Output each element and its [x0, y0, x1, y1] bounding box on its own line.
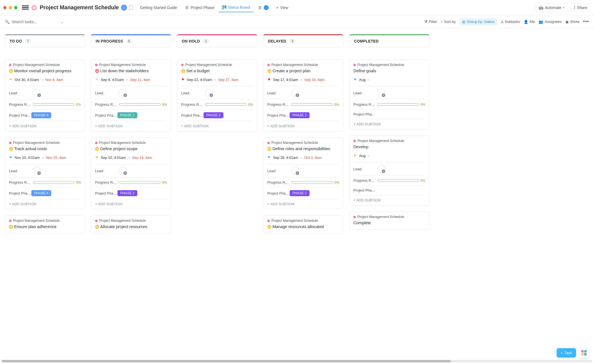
task-card[interactable]: Project Management ScheduleDefine roles … [263, 137, 343, 209]
add-subtask-button[interactable]: + ADD SUBTASK [353, 119, 425, 129]
progress-bar[interactable] [377, 103, 419, 106]
add-subtask-button[interactable]: + ADD SUBTASK [267, 199, 339, 209]
progress-bar[interactable] [377, 179, 419, 182]
task-card[interactable]: Project Management ScheduleTrack actual … [5, 137, 85, 209]
assignee-add[interactable] [291, 167, 299, 175]
toolbar: 🔍 ⌄ ⧩Filter ↕Sort by ⊞Group by: Status ⅄… [0, 15, 594, 28]
status-dot [9, 69, 13, 73]
subtasks-button[interactable]: ⅄Subtasks [501, 20, 520, 24]
tab-more[interactable]: › [254, 3, 272, 12]
chevron-down-icon[interactable]: ⌄ [60, 20, 63, 24]
task-card[interactable]: Project Management ScheduleDefine goals⚑… [349, 59, 429, 129]
card-title: Define goals [353, 68, 425, 73]
task-card[interactable]: Project Management ScheduleManage resour… [263, 215, 343, 233]
progress-value: 0% [334, 103, 339, 107]
column-header[interactable]: TO DO7 [5, 34, 85, 47]
progress-bar[interactable] [291, 181, 333, 184]
task-card[interactable]: Project Management ScheduleList down the… [91, 59, 171, 131]
robot-icon: 🤖 [539, 5, 543, 10]
phase-badge: PHASE 2 [290, 190, 310, 196]
assignee-add[interactable] [291, 89, 299, 97]
add-subtask-button[interactable]: + ADD SUBTASK [9, 199, 81, 209]
me-button[interactable]: 👤Me [524, 20, 535, 24]
progress-row: Progress R…0% [95, 99, 167, 109]
tab-status-board[interactable]: Status Board [219, 3, 253, 12]
sort-icon: ↕ [441, 20, 443, 24]
date-row: ⚑Sep 22, 4:01am–Sep 27, 4am [181, 77, 253, 82]
task-card[interactable]: Project Management ScheduleSet a budget⚑… [177, 59, 257, 131]
card-title: Allocate project resources [95, 224, 167, 229]
task-card[interactable]: Project Management ScheduleCreate a proj… [263, 59, 343, 131]
progress-bar[interactable] [33, 181, 74, 184]
progress-bar[interactable] [33, 103, 74, 106]
column-name: TO DO [10, 39, 22, 43]
sort-button[interactable]: ↕Sort by [441, 20, 456, 24]
assignee-add[interactable] [119, 167, 127, 175]
progress-bar[interactable] [119, 103, 160, 106]
filter-button[interactable]: ⧩Filter [424, 20, 437, 24]
close-window[interactable] [3, 6, 7, 9]
assignee-add[interactable] [205, 89, 213, 97]
svg-rect-2 [226, 6, 226, 8]
apps-button[interactable] [579, 348, 589, 358]
nav-back-icon[interactable]: ‹ [121, 5, 127, 11]
card-breadcrumb: Project Management Schedule [9, 63, 81, 67]
column-header[interactable]: IN PROGRESS5 [91, 34, 171, 47]
tab-project-phase[interactable]: Project Phase [181, 3, 218, 12]
tab-add-view[interactable]: + View [273, 3, 292, 12]
add-subtask-button[interactable]: + ADD SUBTASK [9, 121, 81, 131]
card-breadcrumb: Project Management Schedule [9, 141, 81, 145]
lead-row: Lead: [9, 164, 81, 177]
maximize-window[interactable] [14, 6, 17, 9]
card-title: Define project scope [95, 146, 167, 151]
progress-bar[interactable] [291, 103, 333, 106]
assignee-add[interactable] [119, 89, 127, 97]
progress-bar[interactable] [205, 103, 247, 106]
column-name: COMPLETED [354, 39, 379, 43]
task-card[interactable]: Project Management ScheduleMonitor overa… [5, 59, 85, 131]
progress-bar[interactable] [119, 181, 160, 184]
column-header[interactable]: COMPLETED [349, 34, 429, 47]
column-header[interactable]: DELAYED3 [263, 34, 343, 47]
phase-badge: PHASE 2 [290, 112, 310, 118]
phase-row: Project Pha…PHASE 4 [9, 109, 81, 121]
more-options[interactable]: ••• [583, 19, 589, 25]
assignee-add[interactable] [33, 167, 41, 175]
space-dot [95, 64, 98, 66]
task-card[interactable]: Project Management ScheduleAllocate proj… [91, 215, 171, 233]
new-task-button[interactable]: +Task [557, 348, 576, 357]
progress-value: 0% [76, 103, 81, 107]
tab-getting-started[interactable]: Getting Started Guide [137, 3, 180, 12]
show-button[interactable]: ◉Show [565, 20, 579, 24]
add-subtask-button[interactable]: + ADD SUBTASK [353, 195, 425, 205]
group-button[interactable]: ⊞Group by: Status [459, 18, 497, 25]
task-card[interactable]: Project Management ScheduleComplete [349, 211, 429, 230]
plus-icon: + [276, 5, 278, 10]
add-subtask-button[interactable]: + ADD SUBTASK [95, 199, 167, 209]
column-header[interactable]: ON HOLD1 [177, 34, 257, 47]
add-subtask-button[interactable]: + ADD SUBTASK [181, 121, 253, 131]
assignee-add[interactable] [377, 165, 385, 173]
search-input[interactable] [12, 20, 58, 24]
card-title: Monitor overall project progress [9, 68, 81, 73]
task-card[interactable]: Project Management ScheduleDefine projec… [91, 137, 171, 209]
card-breadcrumb: Project Management Schedule [353, 139, 425, 143]
start-date: Aug [359, 78, 365, 82]
share-button[interactable]: ⤴ Share [570, 3, 591, 12]
progress-row: Progress R…0% [181, 99, 253, 109]
assignee-add[interactable] [33, 89, 41, 97]
floating-actions: +Task [557, 348, 589, 358]
list-icon [185, 5, 189, 10]
assignees-button[interactable]: 👥Assignees [539, 20, 562, 24]
task-card[interactable]: Project Management ScheduleEnsure plan a… [5, 215, 85, 233]
add-subtask-button[interactable]: + ADD SUBTASK [267, 121, 339, 131]
task-card[interactable]: Project Management ScheduleDevelop⚑Aug–L… [349, 135, 429, 205]
lead-row: Lead: [267, 164, 339, 177]
menu-icon[interactable] [22, 4, 29, 11]
add-subtask-button[interactable]: + ADD SUBTASK [95, 121, 167, 131]
card-breadcrumb: Project Management Schedule [9, 219, 81, 223]
automate-button[interactable]: 🤖 Automate ▾ [535, 3, 568, 12]
assignee-add[interactable] [377, 89, 385, 97]
horizontal-scrollbar[interactable] [2, 360, 592, 362]
minimize-window[interactable] [9, 6, 12, 9]
